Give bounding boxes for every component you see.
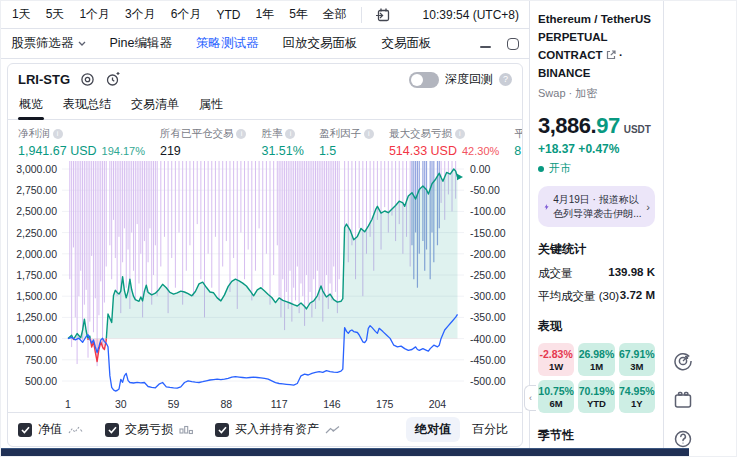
panel-tab[interactable]: 交易面板 (382, 35, 432, 52)
overview-chart[interactable] (62, 161, 464, 397)
stat-label: 胜率 (261, 127, 282, 141)
key-stat-label: 成交量 (538, 266, 573, 281)
legend-item[interactable]: 买入并持有资产 (215, 421, 341, 439)
range-button[interactable]: 1年 (254, 6, 275, 23)
performance-tile: -2.83% 1W (538, 343, 574, 376)
range-button[interactable]: 5年 (288, 6, 309, 23)
app-root: 1天5天1个月3个月6个月YTD1年5年全部 10:39:54 (UTC+8) … (0, 0, 737, 457)
panel-tab[interactable]: Pine编辑器 (110, 35, 173, 52)
x-axis-tick: 30 (115, 398, 127, 410)
key-stat-value: 3.72 M (620, 289, 655, 304)
stat-block: 所有已平仓交易 i 219 (160, 127, 247, 158)
legend-item[interactable]: 净值 (18, 421, 83, 439)
performance-value: 67.91% (619, 348, 655, 360)
performance-tile: 10.75% 6M (538, 380, 574, 413)
help-icon[interactable]: ? (499, 73, 512, 86)
scale-buttons: 绝对值 百分比 (406, 417, 512, 442)
stat-label: 最大交易亏损 (389, 127, 452, 141)
range-button[interactable]: 5天 (45, 6, 66, 23)
report-subtab[interactable]: 属性 (198, 93, 224, 119)
performance-period: 1W (538, 361, 574, 372)
window-buttons (480, 38, 519, 50)
panel-tab[interactable]: 回放交易面板 (283, 35, 358, 52)
performance-value: 10.75% (538, 385, 574, 397)
external-link-icon[interactable] (606, 48, 616, 66)
strategy-header: LRI-STG 深度回测 ? (8, 64, 522, 91)
range-button[interactable]: 1个月 (78, 6, 111, 23)
legend-item[interactable]: 交易亏损 (105, 421, 193, 439)
performance-value: 26.98% (578, 348, 614, 360)
stat-value: 8.87 USD (514, 144, 522, 158)
go-to-date-icon[interactable] (375, 7, 390, 22)
absolute-button[interactable]: 绝对值 (406, 417, 460, 442)
x-axis-tick: 59 (168, 398, 180, 410)
performance-value: 74.95% (619, 385, 655, 397)
left-axis-tick: 2,000.00 (16, 248, 57, 260)
stat-percent: 42.30% (462, 145, 499, 157)
stat-value: 1,941.67 USD (18, 144, 97, 158)
maximize-icon[interactable] (507, 38, 519, 50)
range-button[interactable]: 1天 (11, 6, 32, 23)
performance-period: YTD (578, 398, 614, 409)
right-axis-tick: -350.00 (470, 311, 506, 323)
calendar-icon[interactable] (673, 390, 693, 410)
left-axis-tick: 2,750.00 (16, 184, 57, 196)
buyhold-line-icon (325, 421, 341, 439)
strategy-settings-icon[interactable] (80, 72, 95, 87)
range-button[interactable]: 6个月 (170, 6, 203, 23)
legend-label: 净值 (38, 421, 62, 438)
seasonality-title: 季节性 (538, 427, 655, 444)
news-pill[interactable]: 4月19日 · 报道称以色列导弹袭击伊朗... › (538, 186, 655, 227)
info-icon[interactable]: i (236, 129, 246, 139)
performance-value: 70.19% (578, 385, 614, 397)
stat-label: 盈利因子 (319, 127, 361, 141)
performance-period: 3M (619, 361, 655, 372)
performance-tile: 74.95% 1Y (619, 380, 655, 413)
deep-backtest-control: 深度回测 ? (409, 71, 512, 88)
price-currency: USDT (624, 124, 651, 135)
report-subtabs: 概览表现总结交易清单属性 (8, 91, 522, 120)
minimize-icon[interactable] (480, 40, 491, 48)
legend: 净值 交易亏损 买入并持有资产 (18, 421, 341, 439)
report-subtab[interactable]: 交易清单 (130, 93, 180, 119)
price-row: 3,886. 97 USDT (538, 113, 655, 139)
right-axis-tick: -450.00 (470, 354, 506, 366)
add-alert-icon[interactable] (105, 72, 120, 87)
percent-button[interactable]: 百分比 (468, 417, 512, 442)
performance-tile: 70.19% YTD (578, 380, 614, 413)
panel-tab[interactable]: 策略测试器 (196, 35, 259, 52)
stat-value: 514.33 USD (389, 144, 457, 158)
stat-value: 1.5 (319, 144, 336, 158)
left-axis-tick: 500.00 (25, 375, 57, 387)
panel-tabs-bar: 股票筛选器 Pine编辑器 策略测试器 回放交易面板 交易面板 (1, 29, 529, 59)
x-axis-tick: 1 (65, 398, 71, 410)
news-text: 4月19日 · 报道称以色列导弹袭击伊朗... (553, 193, 642, 220)
info-icon[interactable]: i (53, 129, 63, 139)
market-open-dot (538, 166, 544, 172)
report-subtab[interactable]: 概览 (18, 93, 44, 119)
gauge-icon[interactable] (673, 351, 693, 371)
sidebar-collapse-handle[interactable]: ‹ (524, 385, 536, 411)
right-tool-strip (664, 1, 736, 456)
deep-backtest-toggle[interactable] (409, 72, 439, 88)
panel-tab[interactable]: 股票筛选器 (11, 35, 86, 52)
left-axis-tick: 1,750.00 (16, 269, 57, 281)
report-subtab[interactable]: 表现总结 (62, 93, 112, 119)
question-icon[interactable] (673, 429, 693, 449)
left-axis-tick: 750.00 (25, 354, 57, 366)
panel-tabs: 股票筛选器 Pine编辑器 策略测试器 回放交易面板 交易面板 (11, 35, 432, 52)
stat-value: 31.51% (261, 144, 303, 158)
range-button[interactable]: 全部 (322, 6, 348, 23)
info-icon[interactable]: i (455, 129, 465, 139)
info-icon[interactable]: i (285, 129, 295, 139)
range-button[interactable]: 3个月 (124, 6, 157, 23)
key-stat-row: 平均成交量 (30) 3.72 M (538, 289, 655, 304)
key-stats-rows: 成交量 139.98 K 平均成交量 (30) 3.72 M (538, 266, 655, 304)
left-axis-tick: 2,250.00 (16, 227, 57, 239)
right-axis-tick: -150.00 (470, 227, 506, 239)
range-button[interactable]: YTD (215, 8, 241, 22)
symbol-meta: Swap · 加密 (538, 86, 655, 101)
key-stats-title: 关键统计 (538, 241, 655, 258)
info-icon[interactable]: i (364, 129, 374, 139)
stat-percent: 194.17% (102, 145, 145, 157)
